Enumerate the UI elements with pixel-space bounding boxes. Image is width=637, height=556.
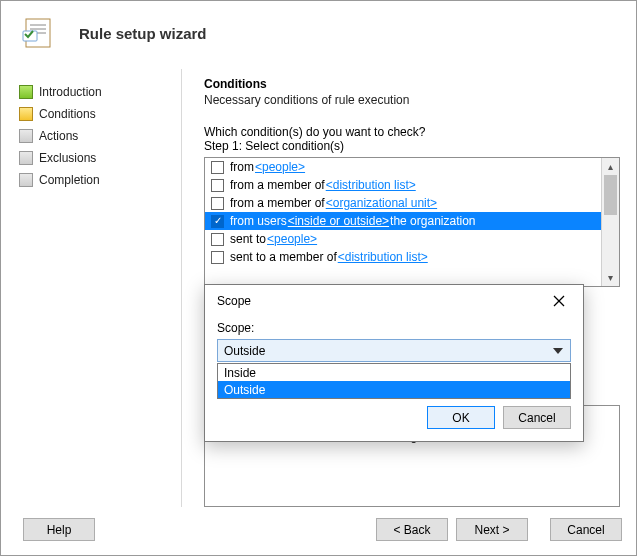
condition-row-selected[interactable]: ✓ from users <inside or outside> the org… xyxy=(205,212,601,230)
chevron-down-icon xyxy=(550,340,566,361)
checkbox[interactable] xyxy=(211,179,224,192)
nav-conditions[interactable]: Conditions xyxy=(15,103,175,125)
header: Rule setup wizard xyxy=(1,1,636,69)
condition-row[interactable]: sent to <people> xyxy=(205,230,601,248)
checkbox[interactable] xyxy=(211,233,224,246)
next-button[interactable]: Next > xyxy=(456,518,528,541)
scroll-thumb[interactable] xyxy=(604,175,617,215)
checkbox[interactable] xyxy=(211,197,224,210)
people-link[interactable]: <people> xyxy=(267,232,317,246)
question-line: Which condition(s) do you want to check? xyxy=(204,125,620,139)
scope-dropdown-list[interactable]: Inside Outside xyxy=(217,363,571,399)
inside-outside-link[interactable]: <inside or outside> xyxy=(288,214,389,228)
scrollbar[interactable]: ▴ ▾ xyxy=(601,158,619,286)
conditions-listbox: from <people> from a member of <distribu… xyxy=(204,157,620,287)
dropdown-option-outside[interactable]: Outside xyxy=(218,381,570,398)
help-button[interactable]: Help xyxy=(23,518,95,541)
scroll-down-icon[interactable]: ▾ xyxy=(602,269,619,286)
square-icon xyxy=(19,173,33,187)
checkbox[interactable] xyxy=(211,161,224,174)
nav-introduction[interactable]: Introduction xyxy=(15,81,175,103)
condition-row[interactable]: from a member of <organizational unit> xyxy=(205,194,601,212)
scope-combobox[interactable]: Outside xyxy=(217,339,571,362)
scroll-up-icon[interactable]: ▴ xyxy=(602,158,619,175)
cancel-button[interactable]: Cancel xyxy=(550,518,622,541)
wizard-icon xyxy=(21,15,57,51)
scope-dialog: Scope Scope: Outside Inside Outside xyxy=(204,284,584,442)
close-button[interactable] xyxy=(545,290,573,312)
scope-field-label: Scope: xyxy=(217,321,571,335)
people-link[interactable]: <people> xyxy=(255,160,305,174)
square-icon xyxy=(19,85,33,99)
window-title: Rule setup wizard xyxy=(79,25,207,42)
step1-label: Step 1: Select condition(s) xyxy=(204,139,620,153)
dialog-title: Scope xyxy=(217,294,545,308)
panel-subtitle: Necessary conditions of rule execution xyxy=(204,93,620,107)
combo-selected-value: Outside xyxy=(224,344,550,358)
dialog-titlebar: Scope xyxy=(205,285,583,317)
square-icon xyxy=(19,151,33,165)
nav-completion[interactable]: Completion xyxy=(15,169,175,191)
square-icon xyxy=(19,129,33,143)
back-button[interactable]: < Back xyxy=(376,518,448,541)
footer: Help < Back Next > Cancel xyxy=(1,518,636,541)
checkbox-checked[interactable]: ✓ xyxy=(211,215,224,228)
distribution-list-link[interactable]: <distribution list> xyxy=(338,250,428,264)
condition-row[interactable]: from <people> xyxy=(205,158,601,176)
cancel-button[interactable]: Cancel xyxy=(503,406,571,429)
nav-exclusions[interactable]: Exclusions xyxy=(15,147,175,169)
organizational-unit-link[interactable]: <organizational unit> xyxy=(326,196,437,210)
wizard-window: Rule setup wizard Introduction Condition… xyxy=(0,0,637,556)
panel-title: Conditions xyxy=(204,77,620,91)
ok-button[interactable]: OK xyxy=(427,406,495,429)
conditions-list[interactable]: from <people> from a member of <distribu… xyxy=(205,158,601,286)
dropdown-option-inside[interactable]: Inside xyxy=(218,364,570,381)
condition-row[interactable]: from a member of <distribution list> xyxy=(205,176,601,194)
square-icon xyxy=(19,107,33,121)
checkbox[interactable] xyxy=(211,251,224,264)
nav-actions[interactable]: Actions xyxy=(15,125,175,147)
wizard-nav: Introduction Conditions Actions Exclusio… xyxy=(15,69,175,507)
distribution-list-link[interactable]: <distribution list> xyxy=(326,178,416,192)
condition-row[interactable]: sent to a member of <distribution list> xyxy=(205,248,601,266)
close-icon xyxy=(553,295,565,307)
